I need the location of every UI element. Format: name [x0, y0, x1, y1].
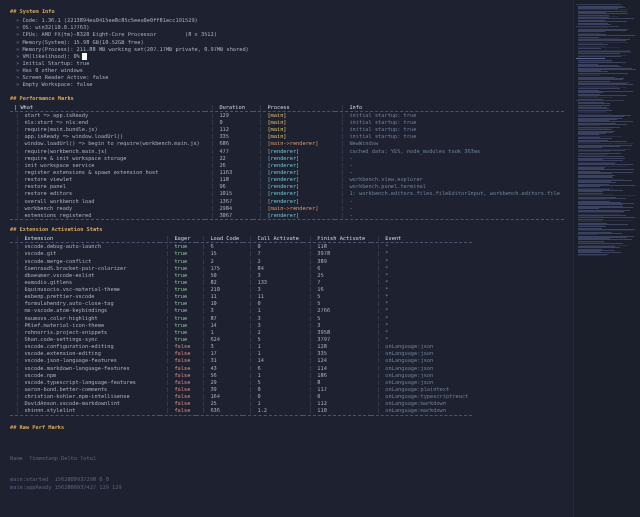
perf-marks-table: | What| Duration| Process| Info | start … — [10, 104, 564, 220]
perf-row: | app.isReady => window.loadUrl()| 335| … — [10, 133, 564, 140]
minimap[interactable] — [573, 0, 640, 517]
perf-row: | init workspace service| 26| [renderer]… — [10, 162, 564, 169]
ext-row: | vscode.merge-conflict| true| 2| 2| 389… — [10, 258, 472, 265]
ext-row: | eamodio.gitlens| true| 82| 133| 7| * — [10, 279, 472, 286]
perf-row: | restore panel| 96| [renderer]| workben… — [10, 183, 564, 190]
process-explorer-output[interactable]: ## System Info Code: 1.36.1 (2213894ea04… — [0, 0, 573, 517]
sysinfo-line: OS: win32(10.0.17763) — [10, 24, 565, 31]
ext-col-load-code: | Load Code — [196, 235, 243, 242]
sysinfo-line: Memory(Process): 211.88 MB working set(2… — [10, 46, 565, 53]
sysinfo-line: CPUs: AMD FX(tm)-8320 Eight-Core Process… — [10, 31, 565, 38]
ext-row: | DavidAnson.vscode-markdownlint| false|… — [10, 400, 472, 407]
section-ext-stats: ## Extension Activation Stats — [10, 226, 565, 233]
perf-col-duration: | Duration — [205, 104, 253, 111]
ext-row: | vscode.extension-editing| false| 17| 1… — [10, 350, 472, 357]
raw-perf-header: Name Timestamp Delta Total — [10, 455, 565, 462]
ext-col-call-activate: | Call Activate — [243, 235, 303, 242]
ext-row: | ms-vscode.atom-keybindings| true| 3| 1… — [10, 307, 472, 314]
perf-col-what: | What — [10, 104, 205, 111]
perf-row: | require & init workspace storage| 22| … — [10, 155, 564, 162]
perf-row: | window.loadUrl() => begin to require(w… — [10, 140, 564, 147]
ext-row: | vscode.git| true| 15| 7| 3978| * — [10, 250, 472, 257]
section-raw-perf: ## Raw Perf Marks — [10, 424, 565, 431]
sysinfo-line: Initial Startup: true — [10, 60, 565, 67]
perf-row: | require(main.bundle.js)| 112| [main]| … — [10, 126, 564, 133]
ext-row: | PKief.material-icon-theme| true| 14| 3… — [10, 322, 472, 329]
perf-row: | nls:start => nls:end| 0| [main]| initi… — [10, 119, 564, 126]
ext-row: | vscode.debug-auto-launch| true| 6| 0| … — [10, 243, 472, 250]
ext-row: | aaron-bond.better-comments| false| 39|… — [10, 386, 472, 393]
sysinfo-line: Screen Reader Active: false — [10, 74, 565, 81]
perf-row: | register extensions & spawn extension … — [10, 169, 564, 176]
ext-row: | vscode.configuration-editing| false| 3… — [10, 343, 472, 350]
ext-row: | formulahendry.auto-close-tag| true| 10… — [10, 300, 472, 307]
ext-row: | shinnn.stylelint| false| 636| 1.2| 110… — [10, 407, 472, 414]
raw-perf-line: main:appReady 1562800937427 129 129 — [10, 484, 565, 491]
sysinfo-line: Memory(System): 15.98 GB(10.52GB free) — [10, 39, 565, 46]
perf-col-process: | Process — [253, 104, 335, 111]
ext-row: | vscode.typescript-language-features| f… — [10, 379, 472, 386]
ext-row: | vscode.markdown-language-features| fal… — [10, 365, 472, 372]
perf-row: | require(workbench.main.js)| 477| [rend… — [10, 148, 564, 155]
sysinfo-line: Code: 1.36.1 (2213894ea0415ee8c85c5eeu0e… — [10, 17, 565, 24]
perf-row: | extensions registered| 3067| [renderer… — [10, 212, 564, 219]
ext-row: | dbaeumer.vscode-eslint| true| 50| 3| 2… — [10, 272, 472, 279]
ext-row: | vscode.json-language-features| false| … — [10, 357, 472, 364]
perf-col-info: | Info — [335, 104, 564, 111]
ext-row: | vscode.npm| false| 56| 1| 186| onLangu… — [10, 372, 472, 379]
ext-row: | naumovs.color-highlight| true| 87| 3| … — [10, 315, 472, 322]
sysinfo-line: Has 0 other windows — [10, 67, 565, 74]
ext-row: | rohnorris.project-snippets| true| 1| 2… — [10, 329, 472, 336]
perf-row: | restore editors| 1015| [renderer]| 1: … — [10, 190, 564, 197]
perf-row: | restore viewlet| 118| [renderer]| work… — [10, 176, 564, 183]
ext-row: | christian-kohler.npm-intellisense| fal… — [10, 393, 472, 400]
sysinfo-line: Empty Workspace: false — [10, 81, 565, 88]
ext-col-extension: | Extension — [10, 235, 160, 242]
ext-col-finish-activate: | Finish Activate — [303, 235, 371, 242]
ext-row: | Equinusocio.vsc-material-theme| true| … — [10, 286, 472, 293]
raw-perf-line: main:started 1562800937298 0 0 — [10, 476, 565, 483]
section-perf-marks: ## Performance Marks — [10, 95, 565, 102]
perf-row: | overall workbench load| 1367| [rendere… — [10, 198, 564, 205]
ext-row: | esbenp.prettier-vscode| true| 11| 11| … — [10, 293, 472, 300]
perf-row: | start => app.isReady| 129| [main]| ini… — [10, 112, 564, 119]
ext-col-event: | Event — [371, 235, 472, 242]
ext-col-eager: | Eager — [160, 235, 196, 242]
ext-row: | CoenraadS.bracket-pair-colorizer| true… — [10, 265, 472, 272]
cursor-caret — [82, 53, 87, 60]
ext-row: | Shan.code-settings-sync| true| 624| 5|… — [10, 336, 472, 343]
sysinfo-line: VM(likelihood): 0% — [10, 53, 565, 60]
section-system-info: ## System Info — [10, 8, 565, 15]
ext-stats-table: | Extension| Eager| Load Code| Call Acti… — [10, 235, 472, 416]
perf-row: | workbench ready| 2984| [main->renderer… — [10, 205, 564, 212]
